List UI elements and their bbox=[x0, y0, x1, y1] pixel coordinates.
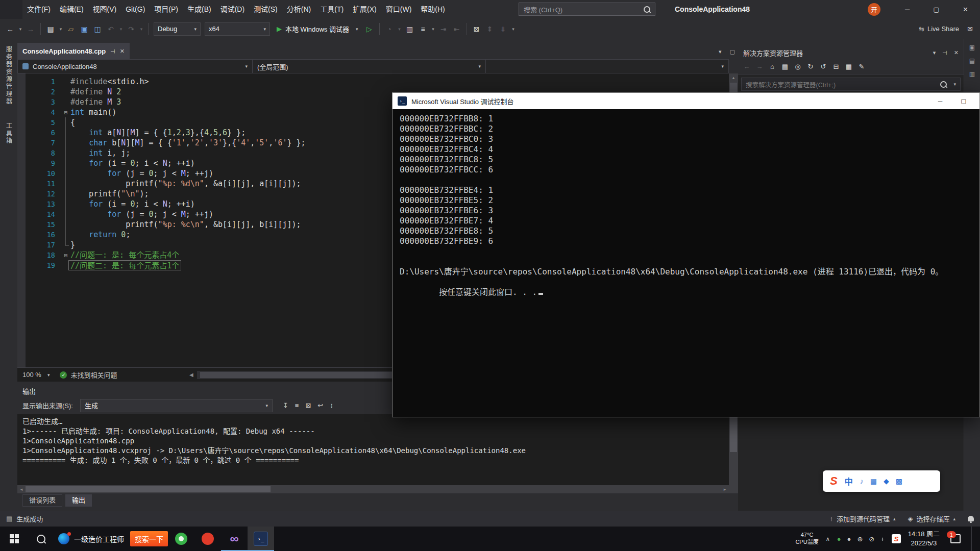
se-home-icon[interactable]: ⌂ bbox=[767, 63, 778, 70]
nav-back-icon[interactable]: ← bbox=[4, 25, 16, 33]
solution-explorer-search-input[interactable]: 搜索解决方案资源管理器(Ctrl+;) ▾ bbox=[741, 78, 961, 91]
nav-forward-icon[interactable]: → bbox=[24, 25, 37, 33]
solution-explorer-title-row[interactable]: 解决方案资源管理器 ▾ ⊤ ✕ bbox=[738, 46, 964, 59]
ime-skin-icon[interactable]: ◆ bbox=[884, 477, 889, 485]
fold-collapse-icon[interactable]: ⊟ bbox=[64, 110, 68, 115]
task-list-icon[interactable]: ▤ bbox=[969, 57, 975, 64]
scroll-up-icon[interactable]: ▴ bbox=[729, 73, 738, 82]
clear-all-icon[interactable]: ⊠ bbox=[305, 402, 311, 409]
nav-back-caret-icon[interactable]: ▾ bbox=[17, 27, 23, 32]
se-collapse-all-icon[interactable]: ⊟ bbox=[830, 63, 842, 70]
se-refresh-icon[interactable]: ↺ bbox=[818, 63, 829, 70]
member-scope-dropdown[interactable]: ▾ bbox=[486, 60, 728, 73]
feedback-icon[interactable]: ✉ bbox=[967, 25, 973, 33]
autoscroll-icon[interactable]: ↨ bbox=[330, 402, 333, 409]
se-show-all-files-icon[interactable]: ▦ bbox=[843, 63, 854, 70]
document-health-indicator[interactable]: ✓ 未找到相关问题 bbox=[60, 370, 117, 380]
step-into-icon[interactable]: ⇥ bbox=[437, 25, 450, 33]
console-title-bar[interactable]: ›_ Microsoft Visual Studio 调试控制台 ─ ▢ ✕ bbox=[393, 93, 979, 109]
message-list-icon[interactable]: ≡ bbox=[295, 402, 299, 409]
scroll-right-icon[interactable]: ▸ bbox=[721, 485, 729, 493]
save-all-icon[interactable]: ◫ bbox=[91, 25, 104, 33]
type-scope-dropdown[interactable]: (全局范围) ▾ bbox=[253, 60, 486, 73]
sogou-logo-icon[interactable]: S bbox=[830, 474, 838, 488]
profiler-icon[interactable]: ◔ bbox=[383, 25, 396, 33]
se-switch-views-icon[interactable]: ▤ bbox=[779, 63, 791, 70]
active-files-dropdown-icon[interactable]: ▾ bbox=[719, 48, 722, 55]
panel-tab[interactable]: 错误列表 bbox=[22, 494, 62, 507]
se-forward-icon[interactable]: → bbox=[754, 63, 765, 70]
maximize-button[interactable]: ▢ bbox=[922, 0, 951, 19]
bookmark-icon[interactable]: ⊠ bbox=[471, 25, 483, 33]
scrollbar-thumb[interactable] bbox=[26, 486, 271, 492]
news-search-widget[interactable]: 一级造价工程师 bbox=[53, 527, 129, 551]
close-button[interactable]: ✕ bbox=[951, 0, 980, 19]
volume-muted-icon[interactable]: ⊘ bbox=[869, 535, 874, 543]
menu-item[interactable]: 扩展(X) bbox=[348, 0, 381, 19]
se-properties-icon[interactable]: ✎ bbox=[856, 63, 867, 70]
profiler-caret-icon[interactable]: ▾ bbox=[397, 27, 403, 32]
app-tray-icon[interactable]: ● bbox=[847, 535, 851, 543]
side-panel-tab[interactable]: 服务器资源管理器 bbox=[4, 46, 14, 105]
add-to-source-control-button[interactable]: ↑ 添加到源代码管理 ▴ bbox=[829, 514, 895, 523]
menu-item[interactable]: 分析(N) bbox=[282, 0, 315, 19]
undo-caret-icon[interactable]: ▾ bbox=[118, 27, 124, 32]
open-file-icon[interactable]: ▱ bbox=[65, 25, 77, 33]
jump-to-output-icon[interactable]: ↧ bbox=[283, 402, 288, 409]
scroll-left-icon[interactable]: ◂ bbox=[17, 485, 26, 493]
start-debugging-button[interactable]: ▶本地 Windows 调试器▾ bbox=[277, 24, 358, 34]
pin-icon[interactable]: ⊤ bbox=[110, 48, 116, 54]
ime-mode-toggle[interactable]: 中 bbox=[845, 475, 853, 487]
document-outline-icon[interactable]: ▣ bbox=[969, 44, 975, 51]
close-button[interactable]: ✕ bbox=[975, 93, 980, 109]
solution-configurations-icon[interactable]: ≡ bbox=[417, 25, 429, 33]
network-icon[interactable]: ⊕ bbox=[857, 535, 863, 543]
maximize-button[interactable]: ▢ bbox=[952, 93, 975, 109]
configuration-dropdown[interactable]: Debug▾ bbox=[154, 22, 201, 36]
find-in-files-icon[interactable]: ▥ bbox=[404, 25, 416, 33]
side-panel-tab[interactable]: 工具箱 bbox=[4, 122, 14, 145]
panel-menu-caret-icon[interactable]: ▾ bbox=[933, 49, 936, 56]
se-back-icon[interactable]: ← bbox=[741, 63, 752, 70]
menu-item[interactable]: 测试(S) bbox=[249, 0, 282, 19]
action-center-button[interactable]: 1 bbox=[947, 527, 964, 551]
taskbar-app-debug-console[interactable]: ›_ bbox=[248, 527, 274, 551]
select-repository-button[interactable]: ◈ 选择存储库 ▴ bbox=[908, 514, 955, 523]
menu-item[interactable]: 窗口(W) bbox=[381, 0, 416, 19]
save-icon[interactable]: ▣ bbox=[78, 25, 90, 33]
menu-item[interactable]: 视图(V) bbox=[88, 0, 121, 19]
menu-item[interactable]: 工具(T) bbox=[315, 0, 348, 19]
antivirus-tray-icon[interactable]: ● bbox=[837, 535, 841, 543]
zoom-dropdown[interactable]: 100 % ▾ bbox=[17, 371, 55, 379]
prev-bookmark-icon[interactable]: ⇞ bbox=[484, 25, 496, 33]
taskbar-app-security[interactable] bbox=[194, 527, 221, 551]
output-horizontal-scrollbar[interactable]: ◂ ▸ bbox=[17, 485, 729, 493]
taskbar-clock[interactable]: 14:18 周二 2022/5/3 bbox=[908, 530, 940, 547]
minimize-button[interactable]: ─ bbox=[893, 0, 922, 19]
taskbar-app-visual-studio[interactable]: ∞ bbox=[221, 527, 248, 551]
solution-configurations-caret-icon[interactable]: ▾ bbox=[430, 27, 436, 32]
notifications-icon[interactable]: ▥ bbox=[969, 70, 975, 78]
live-share-button[interactable]: ⇆ Live Share bbox=[919, 25, 959, 33]
bell-icon[interactable] bbox=[968, 516, 974, 521]
menu-item[interactable]: 帮助(H) bbox=[416, 0, 449, 19]
chevron-down-icon[interactable]: ▾ bbox=[953, 82, 956, 87]
redo-caret-icon[interactable]: ▾ bbox=[138, 27, 144, 32]
minimize-button[interactable]: ─ bbox=[928, 93, 952, 109]
ime-toolbox-icon[interactable]: ▩ bbox=[896, 477, 902, 485]
pin-icon[interactable]: ⊤ bbox=[941, 50, 948, 55]
start-button[interactable] bbox=[0, 527, 29, 551]
menu-item[interactable]: 生成(B) bbox=[183, 0, 216, 19]
output-text-area[interactable]: 已启动生成…1>------ 已启动生成: 项目: ConsoleApplica… bbox=[17, 414, 729, 485]
output-source-dropdown[interactable]: 生成 ▾ bbox=[80, 399, 273, 412]
search-now-button[interactable]: 搜索一下 bbox=[130, 531, 168, 546]
panel-tab[interactable]: 输出 bbox=[65, 494, 92, 507]
new-project-icon[interactable]: ▤ bbox=[44, 25, 57, 33]
scroll-left-icon[interactable]: ◀ bbox=[189, 372, 193, 378]
se-pending-changes-icon[interactable]: ◎ bbox=[792, 63, 803, 70]
menu-item[interactable]: 调试(D) bbox=[216, 0, 249, 19]
start-without-debugging-icon[interactable]: ▷ bbox=[363, 25, 376, 33]
undo-icon[interactable]: ↶ bbox=[105, 25, 117, 33]
fold-collapse-icon[interactable]: ⊟ bbox=[64, 253, 68, 258]
sogou-tray-icon[interactable]: S bbox=[892, 534, 901, 543]
